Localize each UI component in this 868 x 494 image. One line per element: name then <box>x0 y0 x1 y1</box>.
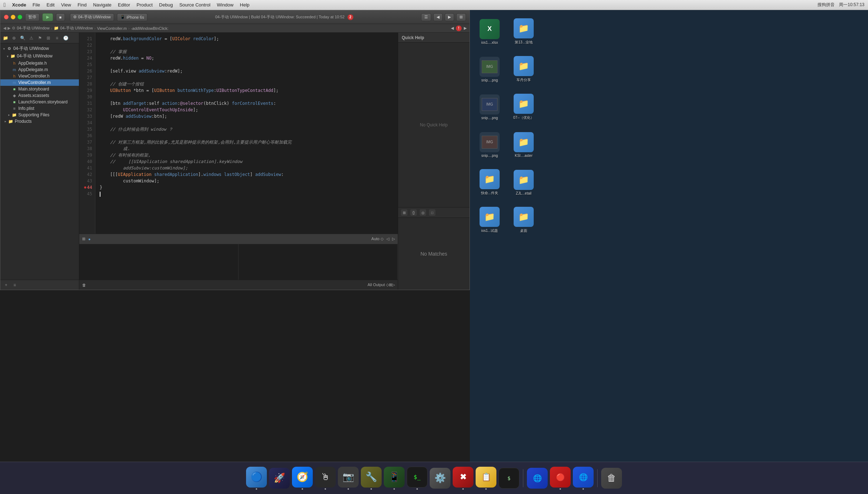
dock-item-launchpad[interactable]: 🚀 <box>269 468 290 489</box>
output-trash-icon[interactable]: 🗑 <box>82 283 86 287</box>
sidebar-item-infoplist[interactable]: ≡ Info.plist <box>0 105 79 112</box>
desktop-item-folder2[interactable]: 📁 车丹分享 <box>508 51 540 87</box>
split-panel-right[interactable] <box>239 244 398 280</box>
folder-icon[interactable]: 📁 <box>3 35 8 41</box>
dock-item-camera[interactable]: 📷 <box>338 467 359 490</box>
breadcrumb-nav-right[interactable]: ▶ <box>464 26 467 31</box>
menu-product[interactable]: Product <box>137 2 153 8</box>
filter2-icon[interactable]: ≡ <box>12 282 18 288</box>
sidebar-item-supporting[interactable]: ▸ 📁 Supporting Files <box>0 112 79 118</box>
sidebar-toggle-left[interactable]: ☰ <box>421 13 431 21</box>
dock-item-trash[interactable]: 🗑 <box>601 468 622 489</box>
breadcrumb-item-4[interactable]: -addWindowBtnClick: <box>131 26 169 31</box>
sidebar-item-appdelegateh[interactable]: h AppDelegate.h <box>0 60 79 66</box>
menu-view[interactable]: View <box>61 2 71 8</box>
menu-find[interactable]: Find <box>77 2 86 8</box>
run-button[interactable]: ▶ <box>42 13 53 21</box>
breadcrumb-forward[interactable]: ▶ <box>8 26 10 31</box>
git-icon[interactable]: ⊕ <box>11 35 17 41</box>
close-button[interactable] <box>4 15 9 19</box>
layout-button[interactable]: ⊞ <box>456 13 466 21</box>
dock-item-terminal2[interactable]: $ <box>499 468 519 489</box>
dock-item-browser3[interactable]: 🌐 <box>573 467 594 490</box>
dock-item-terminal[interactable]: $_ <box>407 467 428 490</box>
bottom-icon-1[interactable]: ⊞ <box>82 237 85 241</box>
dock-item-prefs[interactable]: ⚙️ <box>430 468 450 489</box>
dock-item-apps[interactable]: 📱 <box>384 467 405 490</box>
sidebar-item-products[interactable]: ▸ 📁 Products <box>0 118 79 125</box>
desktop-item-img2[interactable]: IMG snip....png <box>473 89 506 125</box>
menu-editor[interactable]: Editor <box>118 2 130 8</box>
add-icon[interactable]: + <box>3 282 9 288</box>
desktop-item-img3[interactable]: IMG snip....png <box>473 127 506 163</box>
pause-button[interactable]: 暂停 <box>25 13 39 21</box>
filter-icon[interactable]: ≡ <box>54 35 60 41</box>
menu-xcode[interactable]: Xcode <box>12 2 26 8</box>
grid-icon[interactable]: ⊞ <box>46 35 51 41</box>
output-expand-icon[interactable]: ⊞ <box>389 283 392 287</box>
output-nav-icon[interactable]: ▷ <box>392 283 395 287</box>
menu-window[interactable]: Window <box>217 2 233 8</box>
sidebar-item-launchscreen[interactable]: ■ LaunchScreen.storyboard <box>0 99 79 105</box>
menu-file[interactable]: File <box>33 2 40 8</box>
sidebar-item-appdelegatem[interactable]: m AppDelegate.m <box>0 66 79 73</box>
menu-help[interactable]: Help <box>240 2 250 8</box>
desktop-item-folder6[interactable]: 📁 ZJL...etail <box>508 164 540 200</box>
desktop-item-folder4[interactable]: 📁 KSI....aster <box>508 127 540 163</box>
sidebar-item-root-project[interactable]: ▾ ⚙ 04-手动 UIWindow <box>0 45 79 52</box>
dock-item-browser2[interactable]: 🔴 <box>550 467 571 490</box>
qh-icon-code[interactable]: {} <box>410 209 417 216</box>
code-editor[interactable]: 21 22 23 24 25 26 27 28 29 30 31 32 33 3… <box>79 33 398 234</box>
dock-item-notes[interactable]: 📋 <box>476 467 496 490</box>
menu-source-control[interactable]: Source Control <box>179 2 211 8</box>
apple-menu[interactable]:  <box>4 2 6 8</box>
project-tab[interactable]: ⚙ 04-手动 UIWindow <box>70 13 114 21</box>
split-panel-left[interactable] <box>79 244 239 280</box>
desktop-item-xlsx[interactable]: X ios1....xlsx <box>473 14 506 50</box>
menu-navigate[interactable]: Navigate <box>93 2 111 8</box>
flag-icon[interactable]: ⚑ <box>37 35 43 41</box>
scope-icon-2[interactable]: ▷ <box>392 237 395 241</box>
dock-item-browser1[interactable]: 🌐 <box>527 468 548 489</box>
desktop-item-img1[interactable]: IMG snip....png <box>473 51 506 87</box>
history-icon[interactable]: 🕐 <box>63 35 69 41</box>
desktop-item-folder7[interactable]: 📁 ios1...试题 <box>473 202 506 238</box>
breadcrumb-item-3[interactable]: ViewController.m <box>97 26 127 31</box>
maximize-button[interactable] <box>18 15 22 19</box>
scope-icon-1[interactable]: ◁ <box>386 237 389 241</box>
code-content[interactable]: redW.backgroundColor = [UIColor redColor… <box>95 33 398 234</box>
sidebar-item-subproject[interactable]: ▾ 📁 04-手动 UIWindow <box>0 52 79 60</box>
dock-item-safari[interactable]: 🧭 <box>292 467 313 490</box>
breadcrumb-back[interactable]: ◀ <box>3 26 6 31</box>
search-icon[interactable]: 🔍 <box>20 35 25 41</box>
breadcrumb-nav-left[interactable]: ◀ <box>451 26 454 31</box>
qh-icon-file[interactable]: ⊞ <box>401 209 407 216</box>
minimize-button[interactable] <box>11 15 15 19</box>
sidebar-item-mainstoryboard[interactable]: ■ Main.storyboard <box>0 86 79 92</box>
menu-edit[interactable]: Edit <box>47 2 55 8</box>
dock-item-tools[interactable]: 🔧 <box>361 467 382 490</box>
sidebar-item-viewcontrollerh[interactable]: h ViewController.h <box>0 73 79 79</box>
back-button[interactable]: ◀ <box>433 13 443 21</box>
qh-icon-target[interactable]: ◎ <box>420 209 426 216</box>
desktop-item-folder5[interactable]: 📁 快命...件夹 <box>473 164 506 200</box>
sidebar-item-assets[interactable]: ◆ Assets.xcassets <box>0 92 79 99</box>
desktop-item-folder8[interactable]: 📁 桌面 <box>508 202 540 238</box>
dock-item-finder[interactable]: 🔵 <box>246 467 267 490</box>
device-tab[interactable]: 📱 iPhone 6s <box>117 13 147 21</box>
stop-button[interactable]: ■ <box>56 13 65 21</box>
menu-debug[interactable]: Debug <box>159 2 173 8</box>
sidebar-item-viewcontrollerm[interactable]: m ViewController.m <box>0 79 79 86</box>
qh-icon-layout[interactable]: □ <box>429 209 435 216</box>
breadcrumb-item-1[interactable]: 04-手动 UIWindow <box>17 25 49 31</box>
desktop-item-folder3[interactable]: 📁 07--（优化） <box>508 89 540 125</box>
output-mode-selector[interactable]: All Output ◇ <box>368 283 389 287</box>
desktop-item-folder1[interactable]: 📁 第13...业地 <box>508 14 540 50</box>
auto-mode[interactable]: Auto ◇ <box>371 237 383 241</box>
dock-item-mouse[interactable]: 🖱 <box>315 467 336 490</box>
forward-button[interactable]: ▶ <box>445 13 454 21</box>
breadcrumb-item-2[interactable]: 04-手动 UIWindow <box>60 25 93 31</box>
dock-item-xmind[interactable]: ✖ <box>453 467 473 490</box>
warning-icon[interactable]: ⚠ <box>28 35 34 41</box>
bottom-icon-2[interactable]: ● <box>88 237 91 241</box>
